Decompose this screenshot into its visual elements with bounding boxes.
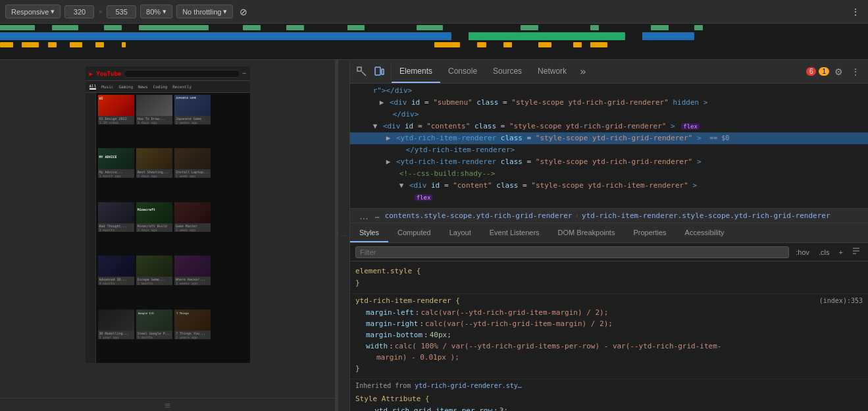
devtools-icon-bar [350,64,392,80]
yt-thumb-1: UI UI Design 20221.2M views [98,95,134,124]
dom-line-2[interactable]: ▶ <div id = "submenu" class = "style-sco… [350,97,868,109]
yt-thumb-14: Google I/O Steel Google P...5 months [136,310,172,339]
width-input[interactable] [64,5,94,18]
yt-content: UI UI Design 20221.2M views How To Draw.… [96,93,213,363]
device-toolbar-button[interactable] [371,64,387,80]
tl-bar [417,25,443,30]
throttle-dropdown[interactable]: No throttling ▾ [176,5,233,18]
yt-thumb-img: UI [98,95,134,116]
yt-thumb-img [174,202,211,223]
network-conditions-button[interactable]: ⊘ [237,4,250,20]
add-class-button[interactable]: + [836,247,846,258]
timeline-row-2 [0,32,868,41]
styles-tab-styles[interactable]: Styles [350,223,388,242]
zoom-dropdown[interactable]: 80% ▾ [140,5,172,18]
throttle-label: No throttling [182,8,221,16]
yt-main: UI UI Design 20221.2M views How To Draw.… [96,93,250,363]
devtools-right-icons: 6 1 ⚙ ⋮ [801,64,868,80]
yt-thumb-info: My Advice...1 month ago [98,169,134,178]
horizontal-resize-handle[interactable]: ⋮ [338,60,350,411]
tl-bar [70,42,83,47]
yt-thumb-img [136,256,172,277]
performance-timeline [0,24,868,60]
more-options-button[interactable]: ⋮ [848,4,863,20]
styles-tab-dom-breakpoints[interactable]: DOM Breakpoints [549,223,625,242]
yt-thumb-info: How To Draw...3 days ago [136,116,172,124]
tl-bar [469,32,625,40]
responsive-dropdown[interactable]: Responsive ▾ [5,5,61,18]
tl-bar [286,25,303,30]
preview-handle[interactable]: ≡ [0,398,335,411]
yt-thumb-8: Minecraft Minecraft Build2 days ago [136,202,172,232]
yt-thumb-3: JAPANESE GAME Japanese Game2 weeks ago [174,95,211,124]
breadcrumb-renderer[interactable]: ytd-rich-item-renderer.style-scope.ytd-r… [582,211,830,220]
new-rule-button[interactable] [850,246,863,258]
yt-search-bar [124,70,240,78]
yt-nav-news: News [138,84,147,89]
rule1-link[interactable]: (index):353 [819,295,863,307]
top-toolbar: Responsive ▾ × 80% ▾ No throttling ▾ ⊘ ⋮ [0,0,868,24]
dom-line-1[interactable]: r"></div> [350,85,868,97]
dom-line-6[interactable]: </ytd-rich-item-renderer> [350,144,868,156]
resize-icon: ≡ [165,400,170,410]
tab-sources[interactable]: Sources [485,60,530,83]
yt-icons: ⋯ [243,70,246,76]
height-input[interactable] [107,5,136,18]
tl-bar [0,42,13,47]
ytd-rich-item-rule: ytd-rich-item-renderer { (index):353 mar… [350,294,868,379]
tl-bar [0,25,35,30]
devtools-panel: Elements Console Sources Network » 6 1 ⚙ [350,60,868,411]
cls-button[interactable]: .cls [816,247,832,258]
styles-tab-layout[interactable]: Layout [440,223,480,242]
yt-nav-recently: Recently [172,84,191,89]
yt-logo: ▶ YouTube [89,70,122,77]
tl-bar [694,25,703,30]
tl-bar [0,32,451,40]
breadcrumb-contents[interactable]: contents.style-scope.ytd-rich-grid-rende… [385,211,573,220]
settings-button[interactable]: ⚙ [832,64,846,80]
css-prop-margin-right: margin-right : calc(var(--ytd-rich-grid-… [355,318,863,329]
styles-filter-input[interactable] [355,246,789,258]
hov-button[interactable]: :hov [793,247,812,258]
tl-bar [573,42,582,47]
tab-more-button[interactable]: » [574,65,592,78]
yt-thumb-info: Escape Game...2 months [136,277,172,285]
dom-line-5[interactable]: ▶ <ytd-rich-item-renderer class = "style… [350,132,868,144]
tab-network[interactable]: Network [530,60,574,83]
dom-line-3[interactable]: </div> [350,109,868,121]
dom-line-8[interactable]: <!--css-build:shady--> [350,168,868,180]
yt-nav-all: All [89,84,97,90]
yt-thumb-2: How To Draw...3 days ago [136,95,172,124]
inherited-source-1[interactable]: ytd-rich-grid-renderer.sty… [415,382,522,389]
more-devtools-button[interactable]: ⋮ [848,64,863,80]
inherited-from-1: Inherited from ytd-rich-grid-renderer.st… [350,379,868,392]
styles-tab-computed[interactable]: Computed [388,223,440,242]
yt-thumb-img [98,310,134,331]
styles-tab-accessibility[interactable]: Accessibility [676,223,734,242]
styles-tab-properties[interactable]: Properties [624,223,675,242]
dom-line-9[interactable]: ▼ <div id = "content" class = "style-sco… [350,180,868,192]
dimension-separator: × [98,7,103,16]
tl-bar [521,25,538,30]
tab-console[interactable]: Console [440,60,485,83]
tl-bar [538,42,551,47]
dom-line-10[interactable]: flex [350,192,868,204]
styles-tab-event-listeners[interactable]: Event Listeners [480,223,549,242]
yt-thumb-img [98,256,134,277]
yt-thumb-6: Install Laptop...1 week ago [174,148,211,178]
yt-thumb-10: Advanced 3D...4 months [98,256,134,285]
yt-thumb-12: Where Hacker...3 weeks ago [174,256,211,285]
inspect-element-button[interactable] [354,64,370,80]
dom-line-7[interactable]: ▶ <ytd-rich-item-renderer class = "style… [350,156,868,168]
dom-line-4[interactable]: ▼ <div id = "contents" class = "style-sc… [350,121,868,132]
styles-filter-bar: :hov .cls + [350,243,868,261]
styles-panel: Styles Computed Layout Event Listeners D… [350,223,868,411]
tl-bar [503,42,512,47]
yt-nav-gaming: Gaming [118,84,133,89]
tab-elements[interactable]: Elements [392,60,440,83]
tl-bar [104,25,121,30]
breadcrumb-ellipsis-button[interactable]: … [355,209,372,223]
yt-thumb-img: MY ADVICE [98,148,134,169]
yt-thumb-15: 7 Things 7 Things You...2 years ago [174,310,211,339]
css-prop-margin-bottom: margin-bottom : 40px; [355,329,863,341]
